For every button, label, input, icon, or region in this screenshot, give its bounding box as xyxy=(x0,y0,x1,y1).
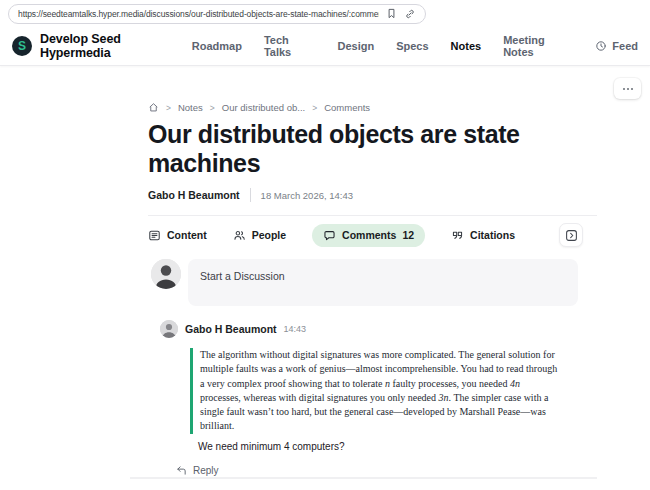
copy-link-icon[interactable] xyxy=(404,8,416,20)
current-user-avatar xyxy=(151,259,181,289)
url-text[interactable]: https://seedteamtalks.hyper.media/discus… xyxy=(18,9,379,19)
comment-item: Gabo H Beaumont 14:43 The algorithm with… xyxy=(148,320,597,476)
document-author[interactable]: Gabo H Beaumont xyxy=(148,189,240,201)
comment-header: Gabo H Beaumont 14:43 xyxy=(160,320,597,338)
breadcrumb: > Notes > Our distributed ob... > Commen… xyxy=(148,102,597,113)
site-logo-icon[interactable]: S xyxy=(12,36,32,56)
comment-author-avatar xyxy=(160,320,178,338)
breadcrumb-notes[interactable]: Notes xyxy=(178,102,203,113)
byline: Gabo H Beaumont 18 March 2026, 14:43 xyxy=(148,188,597,202)
people-icon xyxy=(233,229,246,242)
tab-content[interactable]: Content xyxy=(148,224,207,247)
breadcrumb-document[interactable]: Our distributed ob... xyxy=(222,102,305,113)
nav-item-meeting-notes[interactable]: Meeting Notes xyxy=(503,34,573,58)
breadcrumb-separator: > xyxy=(210,103,215,113)
browser-chrome: https://seedteamtalks.hyper.media/discus… xyxy=(0,0,650,27)
comment-body: The algorithm without digital signatures… xyxy=(190,348,597,452)
open-panel-button[interactable] xyxy=(559,223,583,247)
primary-nav: Roadmap Tech Talks Design Specs Notes Me… xyxy=(192,34,638,58)
byline-divider xyxy=(250,188,251,202)
site-header: S Develop Seed Hypermedia Roadmap Tech T… xyxy=(0,27,650,66)
breadcrumb-comments[interactable]: Comments xyxy=(324,102,370,113)
new-discussion-row xyxy=(148,259,597,306)
comment-message: We need minimum 4 computers? xyxy=(198,441,597,452)
comment-timestamp: 14:43 xyxy=(284,324,307,334)
address-bar[interactable]: https://seedteamtalks.hyper.media/discus… xyxy=(8,4,426,24)
home-icon[interactable] xyxy=(148,102,159,113)
breadcrumb-separator: > xyxy=(312,103,317,113)
nav-item-design[interactable]: Design xyxy=(337,40,374,52)
document-tabs: Content People Comments 12 xyxy=(148,215,597,247)
content-icon xyxy=(148,229,161,242)
discussion-input[interactable] xyxy=(188,259,578,306)
more-options-button[interactable] xyxy=(614,78,641,99)
reply-arrow-icon xyxy=(176,465,187,476)
comment-icon xyxy=(323,229,336,242)
section-divider xyxy=(130,477,597,479)
history-icon xyxy=(595,40,607,52)
citations-icon xyxy=(451,229,464,242)
breadcrumb-separator: > xyxy=(166,103,171,113)
bookmark-icon[interactable] xyxy=(386,7,397,20)
site-title[interactable]: Develop Seed Hypermedia xyxy=(40,32,192,60)
page-title: Our distributed objects are state machin… xyxy=(148,120,597,178)
nav-item-roadmap[interactable]: Roadmap xyxy=(192,40,242,52)
nav-item-specs[interactable]: Specs xyxy=(396,40,428,52)
nav-item-feed[interactable]: Feed xyxy=(595,40,638,52)
tab-citations[interactable]: Citations xyxy=(451,224,515,247)
document-date: 18 March 2026, 14:43 xyxy=(261,190,353,201)
main-content: > Notes > Our distributed ob... > Commen… xyxy=(0,66,650,490)
comment-author-name: Gabo H Beaumont xyxy=(185,323,277,335)
tab-comments[interactable]: Comments 12 xyxy=(312,224,425,247)
reply-button[interactable]: Reply xyxy=(176,465,219,476)
comments-count-badge: 12 xyxy=(402,229,414,241)
panel-toggle-icon xyxy=(565,229,578,242)
nav-item-notes[interactable]: Notes xyxy=(451,40,482,52)
tab-people[interactable]: People xyxy=(233,224,286,247)
nav-item-tech-talks[interactable]: Tech Talks xyxy=(264,34,316,58)
comment-quote-text: The algorithm without digital signatures… xyxy=(190,348,562,434)
